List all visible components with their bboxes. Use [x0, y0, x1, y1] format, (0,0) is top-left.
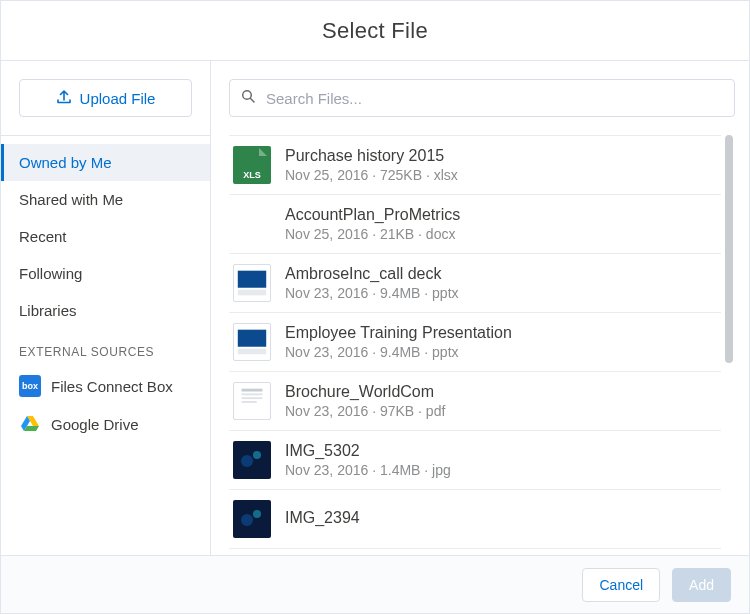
svg-point-16: [253, 510, 261, 518]
external-source-label: Google Drive: [51, 416, 139, 433]
modal-header: Select File: [1, 1, 749, 61]
file-name: Brochure_WorldCom: [285, 383, 717, 401]
page-title: Select File: [322, 18, 428, 44]
sidebar: Upload File Owned by MeShared with MeRec…: [1, 61, 211, 555]
file-meta: AccountPlan_ProMetricsNov 25, 2016 · 21K…: [285, 206, 717, 242]
file-meta: IMG_5302Nov 23, 2016 · 1.4MB · jpg: [285, 442, 717, 478]
file-subtext: Nov 25, 2016 · 21KB · docx: [285, 226, 717, 242]
file-row[interactable]: Employee Training PresentationNov 23, 20…: [229, 313, 721, 372]
file-name: IMG_2394: [285, 509, 717, 527]
svg-rect-11: [242, 397, 263, 399]
file-row[interactable]: AccountPlan_ProMetricsNov 25, 2016 · 21K…: [229, 195, 721, 254]
svg-rect-5: [238, 271, 266, 288]
file-row[interactable]: IMG_2394: [229, 490, 721, 549]
file-name: AmbroseInc_call deck: [285, 265, 717, 283]
box-icon: box: [19, 375, 41, 397]
file-subtext: Nov 23, 2016 · 9.4MB · pptx: [285, 344, 717, 360]
svg-point-15: [241, 514, 253, 526]
search-input[interactable]: [229, 79, 735, 117]
sidebar-item-shared-with-me[interactable]: Shared with Me: [1, 181, 210, 218]
scrollbar[interactable]: [725, 135, 733, 363]
upload-file-button[interactable]: Upload File: [19, 79, 192, 117]
svg-point-14: [253, 451, 261, 459]
image-thumbnail-icon: [233, 500, 271, 538]
upload-wrap: Upload File: [1, 79, 210, 136]
sidebar-item-label: Recent: [19, 228, 67, 245]
search-wrap: [229, 79, 735, 117]
pptx-thumbnail-icon: [233, 323, 271, 361]
sidebar-item-owned-by-me[interactable]: Owned by Me: [1, 144, 210, 181]
file-meta: IMG_2394: [285, 509, 717, 529]
xls-file-icon: XLS: [233, 146, 271, 184]
search-icon: [241, 89, 255, 107]
file-row[interactable]: Brochure_WorldComNov 23, 2016 · 97KB · p…: [229, 372, 721, 431]
file-meta: Employee Training PresentationNov 23, 20…: [285, 324, 717, 360]
svg-rect-8: [238, 349, 266, 355]
modal-body: Upload File Owned by MeShared with MeRec…: [1, 61, 749, 555]
sidebar-item-recent[interactable]: Recent: [1, 218, 210, 255]
file-name: IMG_5302: [285, 442, 717, 460]
add-button[interactable]: Add: [672, 568, 731, 602]
svg-rect-10: [242, 393, 263, 395]
file-row[interactable]: IMG_5302Nov 23, 2016 · 1.4MB · jpg: [229, 431, 721, 490]
pptx-thumbnail-icon: [233, 264, 271, 302]
svg-rect-9: [242, 389, 263, 392]
sidebar-item-label: Libraries: [19, 302, 77, 319]
file-thumbnail-placeholder: [233, 205, 271, 243]
svg-point-13: [241, 455, 253, 467]
file-name: Employee Training Presentation: [285, 324, 717, 342]
svg-line-4: [250, 98, 254, 102]
file-list-area: XLSPurchase history 2015Nov 25, 2016 · 7…: [229, 135, 735, 555]
file-meta: Brochure_WorldComNov 23, 2016 · 97KB · p…: [285, 383, 717, 419]
file-subtext: Nov 23, 2016 · 9.4MB · pptx: [285, 285, 717, 301]
pdf-thumbnail-icon: [233, 382, 271, 420]
external-sources-list: boxFiles Connect BoxGoogle Drive: [1, 367, 210, 443]
sidebar-item-libraries[interactable]: Libraries: [1, 292, 210, 329]
file-name: Purchase history 2015: [285, 147, 717, 165]
file-meta: AmbroseInc_call deckNov 23, 2016 · 9.4MB…: [285, 265, 717, 301]
select-file-modal: Select File Upload File Owned by MeShare…: [0, 0, 750, 614]
svg-rect-7: [238, 330, 266, 347]
google-drive-icon: [19, 413, 41, 435]
external-source-box[interactable]: boxFiles Connect Box: [1, 367, 210, 405]
modal-footer: Cancel Add: [1, 555, 749, 613]
file-subtext: Nov 23, 2016 · 1.4MB · jpg: [285, 462, 717, 478]
upload-icon: [56, 89, 72, 108]
sidebar-nav: Owned by MeShared with MeRecentFollowing…: [1, 136, 210, 329]
file-row[interactable]: XLSPurchase history 2015Nov 25, 2016 · 7…: [229, 136, 721, 195]
cancel-button[interactable]: Cancel: [582, 568, 660, 602]
file-list: XLSPurchase history 2015Nov 25, 2016 · 7…: [229, 135, 721, 555]
file-meta: Purchase history 2015Nov 25, 2016 · 725K…: [285, 147, 717, 183]
upload-label: Upload File: [80, 90, 156, 107]
sidebar-item-following[interactable]: Following: [1, 255, 210, 292]
file-subtext: Nov 23, 2016 · 97KB · pdf: [285, 403, 717, 419]
image-thumbnail-icon: [233, 441, 271, 479]
svg-rect-6: [238, 290, 266, 296]
sidebar-item-label: Owned by Me: [19, 154, 112, 171]
sidebar-item-label: Shared with Me: [19, 191, 123, 208]
external-sources-header: EXTERNAL SOURCES: [1, 329, 210, 367]
external-source-gdrive[interactable]: Google Drive: [1, 405, 210, 443]
svg-rect-12: [242, 401, 257, 403]
file-name: AccountPlan_ProMetrics: [285, 206, 717, 224]
sidebar-item-label: Following: [19, 265, 82, 282]
external-source-label: Files Connect Box: [51, 378, 173, 395]
file-subtext: Nov 25, 2016 · 725KB · xlsx: [285, 167, 717, 183]
main-panel: XLSPurchase history 2015Nov 25, 2016 · 7…: [211, 61, 749, 555]
file-row[interactable]: AmbroseInc_call deckNov 23, 2016 · 9.4MB…: [229, 254, 721, 313]
